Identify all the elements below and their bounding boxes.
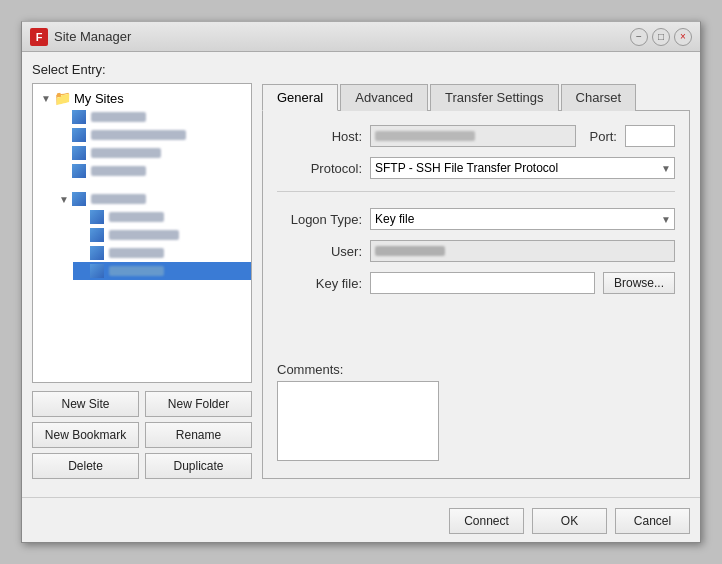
tabs: General Advanced Transfer Settings Chars… [262,83,690,111]
comments-section: Comments: [277,362,675,464]
title-bar-left: F Site Manager [30,28,131,46]
protocol-select[interactable]: SFTP - SSH File Transfer Protocol FTP - … [370,157,675,179]
port-label: Port: [590,129,617,144]
host-input-blurred[interactable] [370,125,576,147]
tree-arrow-sub: ▼ [59,194,69,205]
cancel-button[interactable]: Cancel [615,508,690,534]
rename-button[interactable]: Rename [145,422,252,448]
tree-selected-label [109,266,164,276]
tab-general[interactable]: General [262,84,338,111]
site-icon-sub-1 [90,210,104,224]
key-file-row: Key file: Browse... [277,272,675,294]
folder-icon: 📁 [54,90,71,106]
title-bar-controls: − □ × [630,28,692,46]
tree-subfolder-label [91,194,146,204]
new-site-button[interactable]: New Site [32,391,139,417]
tree-sub-label-2 [109,230,179,240]
new-bookmark-button[interactable]: New Bookmark [32,422,139,448]
tree-label-1 [91,112,146,122]
logon-type-row: Logon Type: Anonymous Normal Ask for pas… [277,208,675,230]
tree-item-sub-selected[interactable] [73,262,251,280]
site-icon-2 [72,128,86,142]
site-icon-4 [72,164,86,178]
port-input[interactable] [625,125,675,147]
logon-type-label: Logon Type: [277,212,362,227]
tree-item-1[interactable] [55,108,251,126]
tree-children-root: ▼ [37,108,251,280]
btn-row-3: Delete Duplicate [32,453,252,479]
maximize-button[interactable]: □ [652,28,670,46]
btn-row-1: New Site New Folder [32,391,252,417]
spacer [277,304,675,352]
tree-label-3 [91,148,161,158]
tree-item-my-sites[interactable]: ▼ 📁 My Sites [37,88,251,108]
tree-root: ▼ 📁 My Sites [33,88,251,280]
logon-type-select-wrapper: Anonymous Normal Ask for password Intera… [370,208,675,230]
tree-container[interactable]: ▼ 📁 My Sites [32,83,252,383]
delete-button[interactable]: Delete [32,453,139,479]
separator-1 [277,191,675,192]
tree-item-subfolder[interactable]: ▼ [55,190,251,208]
bottom-buttons: Connect OK Cancel [22,497,700,542]
site-icon-3 [72,146,86,160]
host-row: Host: Port: [277,125,675,147]
left-panel: ▼ 📁 My Sites [32,83,252,479]
protocol-row: Protocol: SFTP - SSH File Transfer Proto… [277,157,675,179]
tree-arrow-root: ▼ [41,93,51,104]
title-bar: F Site Manager − □ × [22,22,700,52]
tree-label-4 [91,166,146,176]
tab-charset[interactable]: Charset [561,84,637,111]
connect-button[interactable]: Connect [449,508,524,534]
close-button[interactable]: × [674,28,692,46]
tree-item-sub-3[interactable] [73,244,251,262]
protocol-select-wrapper: SFTP - SSH File Transfer Protocol FTP - … [370,157,675,179]
tree-label-2 [91,130,186,140]
window-body: Select Entry: ▼ 📁 My Sites [22,52,700,489]
left-buttons: New Site New Folder New Bookmark Rename … [32,391,252,479]
ok-button[interactable]: OK [532,508,607,534]
site-manager-window: F Site Manager − □ × Select Entry: ▼ 📁 [21,21,701,543]
comments-label: Comments: [277,362,675,377]
site-icon-sub-3 [90,246,104,260]
user-blur-bar [375,246,445,256]
right-panel: General Advanced Transfer Settings Chars… [262,83,690,479]
key-file-label: Key file: [277,276,362,291]
tree-item-2[interactable] [55,126,251,144]
browse-button[interactable]: Browse... [603,272,675,294]
user-label: User: [277,244,362,259]
site-icon-selected [90,264,104,278]
host-label: Host: [277,129,362,144]
tree-children-sub [55,208,251,280]
main-area: ▼ 📁 My Sites [32,83,690,479]
user-row: User: [277,240,675,262]
host-blur-bar [375,131,475,141]
app-icon: F [30,28,48,46]
tree-sub-label-3 [109,248,164,258]
new-folder-button[interactable]: New Folder [145,391,252,417]
tree-item-sub-1[interactable] [73,208,251,226]
tree-item-3[interactable] [55,144,251,162]
tab-transfer-settings[interactable]: Transfer Settings [430,84,559,111]
tree-item-4[interactable] [55,162,251,180]
btn-row-2: New Bookmark Rename [32,422,252,448]
site-icon-1 [72,110,86,124]
tree-spacer-gap [55,180,251,190]
subfolder-icon [72,192,86,206]
my-sites-label: My Sites [74,91,124,106]
select-entry-label: Select Entry: [32,62,690,77]
logon-type-select[interactable]: Anonymous Normal Ask for password Intera… [370,208,675,230]
tab-content-general: Host: Port: Protocol: SFTP - SSH File Tr… [262,111,690,479]
tab-advanced[interactable]: Advanced [340,84,428,111]
site-icon-sub-2 [90,228,104,242]
protocol-label: Protocol: [277,161,362,176]
window-title: Site Manager [54,29,131,44]
tree-sub-label-1 [109,212,164,222]
key-file-input[interactable] [370,272,595,294]
duplicate-button[interactable]: Duplicate [145,453,252,479]
comments-textarea[interactable] [277,381,439,461]
minimize-button[interactable]: − [630,28,648,46]
tree-item-sub-2[interactable] [73,226,251,244]
user-input[interactable] [370,240,675,262]
